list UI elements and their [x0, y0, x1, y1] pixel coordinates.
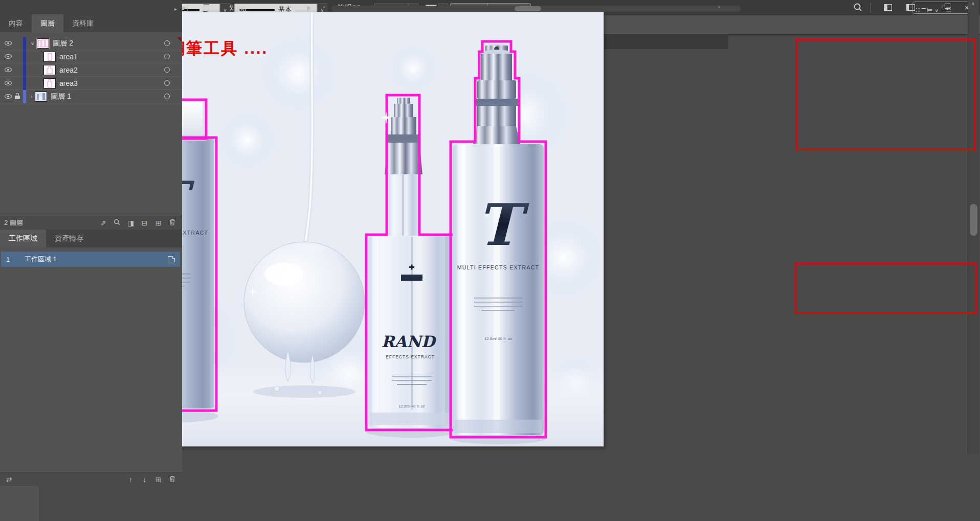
- target-circle[interactable]: [164, 94, 170, 99]
- layer-name[interactable]: 圖層 1: [51, 92, 71, 101]
- new-sublayer-icon[interactable]: ⊟: [138, 219, 151, 227]
- selection-indicator: [177, 37, 181, 41]
- controlbar-right-icons: ∷ ⊨∨ ☰: [916, 0, 952, 19]
- panel-menu-icon[interactable]: ☰: [946, 6, 952, 14]
- chevron-right-icon[interactable]: ›: [31, 94, 32, 99]
- horizontal-scrollbar[interactable]: [331, 6, 741, 12]
- visibility-icon[interactable]: [5, 41, 12, 46]
- tab-libraries[interactable]: 資料庫: [63, 14, 102, 32]
- tab-layers[interactable]: 圖層: [32, 14, 63, 32]
- search-icon[interactable]: [853, 3, 862, 13]
- layer-row-area1[interactable]: area1: [0, 50, 182, 63]
- layer-row-area2[interactable]: area2: [0, 63, 182, 77]
- layer-name[interactable]: 圖層 2: [53, 39, 73, 48]
- illustrator-window: { "window": { "app_badge": "Ai", "menu_i…: [0, 0, 980, 521]
- layer-row-area3[interactable]: area3: [0, 77, 182, 90]
- new-layer-icon[interactable]: ⊞: [151, 219, 165, 227]
- scroll-left-icon[interactable]: ‹: [323, 4, 325, 10]
- collect-for-export-icon[interactable]: ⇗: [96, 219, 110, 227]
- make-clipping-mask-icon[interactable]: ◨: [124, 219, 138, 227]
- lock-icon[interactable]: [12, 94, 23, 99]
- layer-name[interactable]: area3: [59, 79, 78, 87]
- selection-color-bar: [23, 90, 26, 103]
- artboard-row[interactable]: 1 工作區域 1: [1, 252, 180, 267]
- selection-color-bar: [23, 63, 26, 77]
- move-down-icon[interactable]: ↓: [138, 475, 151, 484]
- divider: [871, 3, 871, 13]
- horizontal-scrollbar-thumb[interactable]: [515, 6, 541, 11]
- delete-artboard-icon[interactable]: [165, 475, 179, 484]
- last-artboard-icon[interactable]: ▶|: [182, 4, 188, 11]
- selection-color-bar: [23, 37, 26, 50]
- layer-name[interactable]: area2: [59, 66, 78, 74]
- artboard-name[interactable]: 工作區域 1: [25, 255, 57, 264]
- visibility-icon[interactable]: [5, 54, 12, 59]
- layer-thumbnail[interactable]: [43, 78, 56, 88]
- arrange-documents-icon[interactable]: [884, 4, 892, 11]
- artboards-panel-footer: ⇄ ↑ ↓ ⊞: [0, 472, 182, 486]
- layer-row-layer2[interactable]: ∨ 圖層 2: [0, 37, 182, 50]
- target-circle[interactable]: [164, 40, 170, 46]
- selection-color-bar: [23, 50, 26, 63]
- target-circle[interactable]: [164, 67, 170, 73]
- visibility-icon[interactable]: [5, 81, 12, 85]
- artboards-panel-body: 1 工作區域 1 ⇄ ↑ ↓ ⊞: [0, 247, 182, 486]
- layer-thumbnail[interactable]: [43, 65, 56, 75]
- touch-workspace-icon[interactable]: ∷: [916, 6, 920, 14]
- chevron-down-icon[interactable]: ∨: [31, 40, 34, 46]
- visibility-icon[interactable]: [5, 67, 12, 72]
- dock-header: ▸: [0, 0, 182, 14]
- target-circle[interactable]: [164, 80, 170, 86]
- visibility-icon[interactable]: [5, 94, 12, 99]
- layer-thumbnail[interactable]: [37, 38, 49, 49]
- annotation-red-box-artboards: [795, 263, 977, 314]
- new-artboard-icon[interactable]: ⊞: [151, 475, 165, 484]
- layers-panel-footer: 2 圖層 ⇗ ◨ ⊟ ⊞: [0, 216, 182, 230]
- layer-thumbnail[interactable]: [43, 52, 56, 62]
- scroll-right-icon[interactable]: ›: [718, 4, 720, 10]
- selection-color-bar: [23, 77, 26, 90]
- layers-panel-tabs: 內容 圖層 資料庫 ☰: [0, 14, 182, 32]
- tab-artboards[interactable]: 工作區域: [0, 230, 46, 247]
- snap-options-icon[interactable]: ⊨∨: [927, 6, 939, 14]
- layer-name[interactable]: area1: [59, 53, 78, 61]
- artboard-index: 1: [6, 256, 25, 263]
- layer-thumbnail[interactable]: [35, 92, 47, 102]
- layer-row-layer1[interactable]: › 圖層 1: [0, 90, 182, 103]
- tab-asset-export[interactable]: 資產轉存: [46, 230, 92, 247]
- tab-properties[interactable]: 內容: [0, 14, 32, 32]
- collapse-dock-icon[interactable]: ▸: [174, 6, 177, 12]
- status-expand-icon[interactable]: ▶: [307, 4, 311, 11]
- move-up-icon[interactable]: ↑: [124, 475, 138, 484]
- target-circle[interactable]: [164, 54, 170, 59]
- locate-object-icon[interactable]: [110, 219, 124, 227]
- layers-panel-body: ∨ 圖層 2 area1 a: [0, 32, 182, 216]
- annotation-red-box-layers: [796, 39, 976, 150]
- delete-layer-icon[interactable]: [165, 219, 179, 227]
- status-tool-hint: 選取: [234, 5, 248, 14]
- artboard-page-icon[interactable]: [168, 256, 175, 262]
- rearrange-artboards-icon[interactable]: ⇄: [2, 475, 16, 484]
- layer-count: 2 圖層: [4, 218, 23, 228]
- artboards-panel-tabs: 工作區域 資產轉存 ☰: [0, 230, 182, 247]
